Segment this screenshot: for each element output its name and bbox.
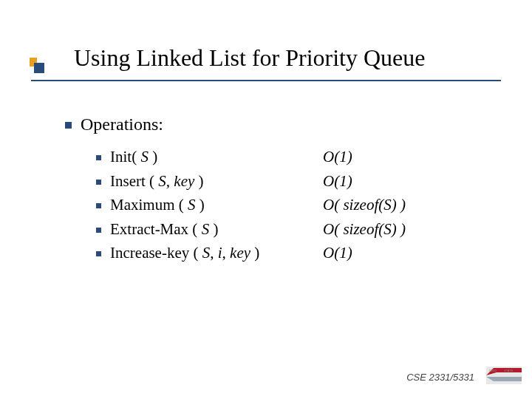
operation-name: Extract-Max ( S ) bbox=[110, 217, 323, 242]
list-item: Maximum ( S ) O( sizeof(S) ) bbox=[96, 193, 406, 217]
operations-list: Init( S ) O(1) Insert ( S, key ) O(1) Ma… bbox=[96, 145, 406, 265]
bullet-icon bbox=[96, 203, 101, 208]
operation-name: Insert ( S, key ) bbox=[110, 169, 323, 194]
heading-text: Operations: bbox=[81, 115, 163, 134]
complexity: O(1) bbox=[323, 145, 352, 169]
ohio-state-logo: OHIO STATE bbox=[486, 364, 522, 387]
list-item: Init( S ) O(1) bbox=[96, 145, 406, 169]
content-area: Operations: Init( S ) O(1) Insert ( S, k… bbox=[65, 115, 406, 265]
bullet-icon bbox=[96, 180, 101, 185]
complexity: O(1) bbox=[323, 169, 352, 194]
heading-row: Operations: bbox=[65, 115, 406, 134]
list-item: Increase-key ( S, i, key ) O(1) bbox=[96, 241, 406, 265]
ohio-logo-icon: OHIO STATE bbox=[486, 364, 522, 387]
bullet-icon bbox=[65, 122, 72, 129]
list-item: Insert ( S, key ) O(1) bbox=[96, 169, 406, 194]
complexity: O( sizeof(S) ) bbox=[323, 193, 406, 217]
svg-text:OHIO: OHIO bbox=[489, 369, 497, 372]
operation-name: Maximum ( S ) bbox=[110, 193, 323, 217]
bullet-icon bbox=[96, 155, 101, 160]
complexity: O(1) bbox=[323, 241, 352, 265]
svg-text:STATE: STATE bbox=[504, 369, 514, 372]
footer-text: CSE 2331/5331 bbox=[406, 372, 474, 383]
bullet-icon bbox=[96, 251, 101, 256]
title-ornament bbox=[30, 58, 43, 72]
slide-title: Using Linked List for Priority Queue bbox=[74, 44, 425, 72]
bullet-icon bbox=[96, 228, 101, 233]
list-item: Extract-Max ( S ) O( sizeof(S) ) bbox=[96, 217, 406, 242]
slide: Using Linked List for Priority Queue Ope… bbox=[0, 0, 532, 399]
operation-name: Increase-key ( S, i, key ) bbox=[110, 241, 323, 265]
ornament-navy-square bbox=[34, 63, 44, 73]
complexity: O( sizeof(S) ) bbox=[323, 217, 406, 242]
title-underline bbox=[31, 80, 501, 81]
operation-name: Init( S ) bbox=[110, 145, 323, 169]
